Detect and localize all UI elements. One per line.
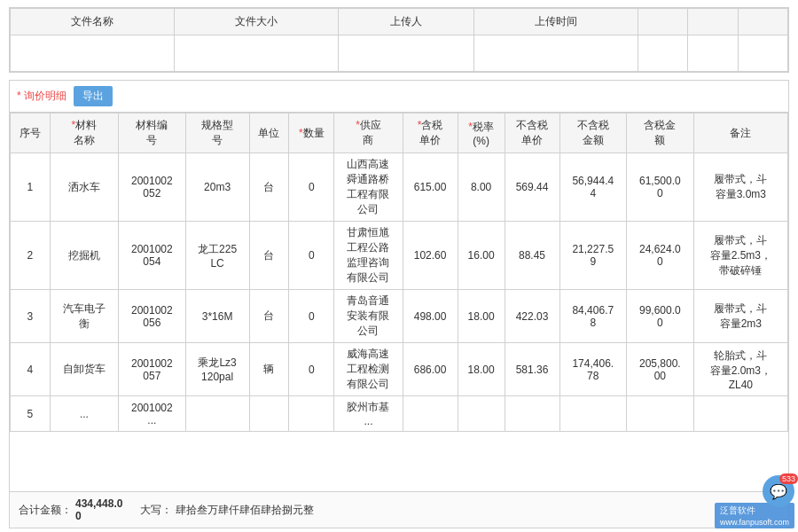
td-unit: 台: [249, 290, 289, 343]
file-col-uploader: 上传人: [339, 9, 474, 35]
file-table-section: 文件名称 文件大小 上传人 上传时间: [9, 7, 789, 73]
th-supplier: *供应商: [334, 113, 403, 153]
td-name: 洒水车: [50, 153, 118, 222]
file-cell-6: [688, 35, 738, 72]
td-remark: 履带式，斗容量3.0m3: [693, 153, 787, 222]
td-supplier: 威海高速工程检测有限公司: [334, 343, 403, 396]
td-notax-amount: 56,944.44: [559, 153, 627, 222]
td-tax-rate: 8.00: [458, 153, 505, 222]
td-tax-price: 102.60: [403, 222, 458, 290]
td-notax-amount: 21,227.59: [559, 222, 627, 290]
inquiry-header: * 询价明细 导出: [10, 81, 788, 113]
td-qty: 0: [289, 222, 334, 290]
file-cell-4: [473, 35, 638, 72]
file-col-time: 上传时间: [473, 9, 638, 35]
th-qty: *数量: [289, 113, 334, 153]
td-notax-amount: 174,406.78: [559, 343, 627, 396]
file-cell-2: [175, 35, 339, 72]
td-qty: 0: [289, 290, 334, 343]
td-tax-price: 615.00: [403, 153, 458, 222]
td-tax-amount: 24,624.00: [627, 222, 694, 290]
table-row: 2挖掘机2001002054龙工225LC台0甘肃恒馗工程公路监理咨询有限公司1…: [11, 222, 788, 290]
td-supplier: 青岛音通安装有限公司: [334, 290, 403, 343]
td-tax-price: 686.00: [403, 343, 458, 396]
td-notax-price: 581.36: [505, 343, 559, 396]
td-code: 2001002057: [119, 343, 186, 396]
file-cell-1: [11, 35, 175, 72]
th-notax-amount: 不含税金额: [559, 113, 627, 153]
td-name: 自卸货车: [50, 343, 118, 396]
td-code: 2001002056: [119, 290, 186, 343]
td-notax-price: 422.03: [505, 290, 559, 343]
table-header-row: 序号 *材料名称 材料编号 规格型号 单位 *数量 *供应商 *含税单价 *税率…: [11, 113, 788, 153]
file-cell-7: [738, 35, 787, 72]
export-button[interactable]: 导出: [74, 86, 113, 106]
td-name: ...: [50, 396, 118, 432]
table-row: 5...2001002...胶州市基...: [11, 396, 788, 432]
chat-icon: 💬: [770, 483, 787, 500]
td-tax-amount: 205,800.00: [627, 343, 694, 396]
td-spec: 龙工225LC: [185, 222, 249, 290]
total-amount: 434,448.00: [75, 497, 122, 522]
th-tax-price: *含税单价: [403, 113, 458, 153]
file-col-size: 文件大小: [175, 9, 339, 35]
td-tax-rate: [458, 396, 505, 432]
td-tax-rate: 18.00: [458, 343, 505, 396]
td-seq: 1: [11, 153, 51, 222]
td-unit: 辆: [249, 343, 289, 396]
data-table: 序号 *材料名称 材料编号 规格型号 单位 *数量 *供应商 *含税单价 *税率…: [10, 113, 788, 432]
td-qty: 0: [289, 153, 334, 222]
td-seq: 3: [11, 290, 51, 343]
td-notax-price: 88.45: [505, 222, 559, 290]
td-code: 2001002052: [119, 153, 186, 222]
total-label: 合计金额：: [19, 503, 72, 518]
table-row: 1洒水车200100205220m3台0山西高速舜通路桥工程有限公司615.00…: [11, 153, 788, 222]
file-empty-row: [11, 35, 788, 72]
td-unit: 台: [249, 222, 289, 290]
chat-badge: 533: [779, 473, 798, 484]
td-supplier: 甘肃恒馗工程公路监理咨询有限公司: [334, 222, 403, 290]
file-cell-5: [638, 35, 688, 72]
td-tax-amount: 99,600.00: [627, 290, 694, 343]
inquiry-section: * 询价明细 导出 序号 *材料名称 材料编号 规格型号 单位 *数量 *供应商…: [9, 80, 789, 528]
th-notax-price: 不含税单价: [505, 113, 559, 153]
td-tax-amount: [627, 396, 694, 432]
inquiry-title: * 询价明细: [17, 89, 66, 104]
main-container: 文件名称 文件大小 上传人 上传时间: [0, 0, 798, 532]
th-remark: 备注: [693, 113, 787, 153]
table-row: 4自卸货车2001002057乘龙Lz3120pal辆0威海高速工程检测有限公司…: [11, 343, 788, 396]
td-tax-rate: 16.00: [458, 222, 505, 290]
th-seq: 序号: [11, 113, 51, 153]
th-code: 材料编号: [119, 113, 186, 153]
td-seq: 5: [11, 396, 51, 432]
watermark-url: www.fanpusoft.com: [720, 518, 789, 527]
td-supplier: 山西高速舜通路桥工程有限公司: [334, 153, 403, 222]
td-seq: 2: [11, 222, 51, 290]
td-tax-rate: 18.00: [458, 290, 505, 343]
th-tax-rate: *税率(%): [458, 113, 505, 153]
td-remark: 轮胎式，斗容量2.0m3，ZL40: [693, 343, 787, 396]
file-cell-3: [339, 35, 474, 72]
watermark-text: 泛普软件: [720, 505, 755, 515]
td-notax-price: [505, 396, 559, 432]
chat-bubble[interactable]: 💬 533: [763, 475, 794, 507]
td-notax-amount: [559, 396, 627, 432]
td-remark: 履带式，斗容量2m3: [693, 290, 787, 343]
data-table-wrapper[interactable]: 序号 *材料名称 材料编号 规格型号 单位 *数量 *供应商 *含税单价 *税率…: [10, 113, 788, 491]
footer-bar: 合计金额： 434,448.00 大写： 肆拾叁万肆仟肆佰肆拾捌元整: [10, 491, 788, 528]
file-col-extra: [638, 9, 688, 35]
daxie-label: 大写：: [140, 503, 172, 518]
th-spec: 规格型号: [185, 113, 249, 153]
td-tax-price: 498.00: [403, 290, 458, 343]
daxie-value: 肆拾叁万肆仟肆佰肆拾捌元整: [176, 503, 314, 518]
td-spec: [185, 396, 249, 432]
table-body: 1洒水车200100205220m3台0山西高速舜通路桥工程有限公司615.00…: [11, 153, 788, 432]
td-code: 2001002...: [119, 396, 186, 432]
td-spec: 乘龙Lz3120pal: [185, 343, 249, 396]
td-remark: [693, 396, 787, 432]
td-remark: 履带式，斗容量2.5m3，带破碎锤: [693, 222, 787, 290]
td-name: 挖掘机: [50, 222, 118, 290]
td-seq: 4: [11, 343, 51, 396]
file-col-extra2: [688, 9, 738, 35]
td-spec: 20m3: [185, 153, 249, 222]
